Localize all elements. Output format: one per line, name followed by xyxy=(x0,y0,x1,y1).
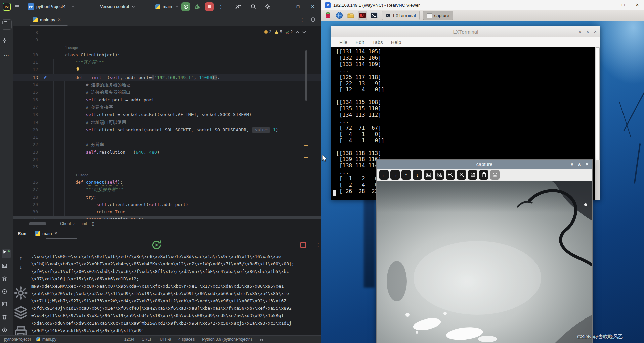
nav-up-button[interactable]: ↑ xyxy=(401,170,411,180)
browser-globe-icon[interactable] xyxy=(335,11,344,20)
project-selector[interactable]: pythonProject4 xyxy=(36,4,66,9)
status-interpreter[interactable]: Python 3.9 (pythonProject4) xyxy=(202,337,252,342)
code-line[interactable]: 9 xyxy=(13,36,321,44)
lxterminal-maximize-icon[interactable]: ∧ xyxy=(586,29,589,34)
zoom-in-button[interactable] xyxy=(446,170,455,180)
capture-close-icon[interactable]: ✕ xyxy=(585,162,589,167)
close-tab-icon[interactable]: ✕ xyxy=(58,17,61,22)
code-line[interactable]: 1 usage xyxy=(13,44,321,51)
vnc-close-button[interactable]: × xyxy=(631,0,644,10)
status-file[interactable]: main.py xyxy=(42,337,56,342)
code-line[interactable]: 11"""客户端""" xyxy=(13,59,321,66)
code-line[interactable]: 1 usage xyxy=(13,171,321,179)
code-with-me-icon[interactable] xyxy=(235,4,241,10)
copy-button[interactable] xyxy=(479,170,488,180)
run-tab-main[interactable]: main ✕ xyxy=(35,231,57,236)
nav-back-button[interactable]: ← xyxy=(379,170,389,180)
sidebar-item-project[interactable] xyxy=(2,19,12,30)
nav-forward-button[interactable]: → xyxy=(390,170,400,180)
console-settings-icon[interactable] xyxy=(13,285,29,301)
code-line[interactable]: 31except Exception as e: xyxy=(13,216,321,219)
code-line[interactable]: 18self.client = socket.socket(socket.AF_… xyxy=(13,111,321,118)
code-line[interactable]: 12 xyxy=(13,66,321,74)
readonly-lock-icon[interactable] xyxy=(259,337,264,342)
down-stack-icon[interactable]: ↓ xyxy=(19,264,22,270)
sidebar-item-commit[interactable] xyxy=(2,38,11,47)
code-line[interactable]: 10class Client(object): xyxy=(13,51,321,59)
code-line[interactable]: 21 xyxy=(13,134,321,141)
code-line[interactable]: 23self.resolution = (640, 480) xyxy=(13,149,321,156)
code-line[interactable]: 28try: xyxy=(13,194,321,201)
image-inspect-button[interactable] xyxy=(435,170,444,180)
console-layers-icon[interactable] xyxy=(13,305,29,320)
notifications-bell-icon[interactable] xyxy=(310,17,316,23)
console-output[interactable]: .\xea\xff\x00i~\xcc\x1e\x0e[\x1b\xed7Z\x… xyxy=(31,253,319,335)
code-line[interactable]: 16self.addr_port = addr_port xyxy=(13,96,321,104)
sidebar-item-problems[interactable] xyxy=(2,327,11,336)
vnc-server-icon[interactable] xyxy=(358,11,367,20)
sidebar-item-terminal[interactable] xyxy=(2,301,11,311)
sidebar-item-services[interactable] xyxy=(2,276,11,285)
taskbar-button-lxterminal[interactable]: LXTerminal xyxy=(382,11,420,20)
sidebar-item-profiler[interactable] xyxy=(2,289,11,298)
menu-help[interactable]: Help xyxy=(391,39,401,45)
main-menu-icon[interactable] xyxy=(15,4,20,9)
close-run-tab-icon[interactable]: ✕ xyxy=(54,231,57,236)
breadcrumb-method[interactable]: __init__() xyxy=(77,221,94,226)
lxterminal-titlebar[interactable]: LXTerminal ∨ ∧ × xyxy=(331,26,600,37)
image-button[interactable] xyxy=(424,170,433,180)
prev-problem-icon[interactable] xyxy=(296,31,299,34)
tab-main-py[interactable]: main.py ✕ xyxy=(29,13,65,26)
code-line[interactable]: 26def connect(self): xyxy=(13,179,321,186)
status-project[interactable]: pythonProject4 xyxy=(4,337,31,342)
code-line[interactable]: 20self.client.setsockopt(socket.SOL_SOCK… xyxy=(13,126,321,134)
code-editor[interactable]: 891 usage10class Client(object):11"""客户端… xyxy=(13,26,321,219)
sidebar-item-delete[interactable] xyxy=(2,314,11,324)
taskbar-button-capture[interactable]: capture xyxy=(423,11,453,20)
more-actions-icon[interactable]: ⋮ xyxy=(218,4,223,10)
menu-edit[interactable]: Edit xyxy=(355,39,364,45)
status-encoding[interactable]: UTF-8 xyxy=(160,337,171,342)
search-icon[interactable] xyxy=(250,4,256,10)
nav-down-button[interactable]: ↓ xyxy=(413,170,422,180)
pi-menu-icon[interactable] xyxy=(324,11,332,20)
code-line[interactable]: 19# 地址端口可以复用 xyxy=(13,119,321,126)
scrollbar-handle[interactable] xyxy=(29,222,46,225)
code-line[interactable]: 15# 连接的服务器的端口 xyxy=(13,89,321,96)
code-line[interactable]: 27"""链接服务器""" xyxy=(13,186,321,193)
code-line[interactable]: 14# 连接的服务器的地址 xyxy=(13,81,321,89)
sidebar-item-more[interactable]: ⋯ xyxy=(2,50,11,60)
status-indent[interactable]: 4 spaces xyxy=(178,337,195,342)
capture-maximize-icon[interactable]: ∧ xyxy=(578,162,581,167)
terminal-launcher-icon[interactable] xyxy=(370,11,379,20)
sidebar-item-run[interactable] xyxy=(2,249,11,258)
stop-process-button[interactable] xyxy=(300,242,306,248)
tab-options-icon[interactable]: ⋮ xyxy=(300,17,305,23)
code-line[interactable]: 25 xyxy=(13,163,321,171)
terminal-scrollbar-thumb[interactable] xyxy=(596,47,600,160)
rerun-button[interactable] xyxy=(17,239,296,251)
console-more-icon[interactable]: ⋮ xyxy=(316,242,321,248)
lxterminal-close-icon[interactable]: × xyxy=(594,29,597,34)
breadcrumb-class[interactable]: Client xyxy=(60,221,71,226)
capture-shade-icon[interactable]: ∨ xyxy=(571,162,574,167)
debug-button[interactable] xyxy=(194,4,200,10)
code-line[interactable]: 30return True xyxy=(13,208,321,216)
close-button[interactable]: × xyxy=(306,0,320,13)
run-config-selector[interactable]: main xyxy=(163,4,172,9)
vnc-maximize-button[interactable]: □ xyxy=(616,0,630,10)
lxterminal-shade-icon[interactable]: ∨ xyxy=(578,29,582,34)
code-line[interactable]: 22# 分辨率 xyxy=(13,141,321,148)
vcs-widget[interactable]: Version control xyxy=(100,4,129,9)
stop-button[interactable] xyxy=(205,2,214,11)
file-manager-icon[interactable] xyxy=(346,11,355,20)
minimize-button[interactable]: ─ xyxy=(276,0,290,13)
settings-gear-icon[interactable] xyxy=(265,4,271,10)
status-caret-position[interactable]: 12:34 xyxy=(124,337,134,342)
capture-titlebar[interactable]: capture ∨ ∧ ✕ xyxy=(377,160,592,169)
code-line[interactable]: 17# 创建套接字 xyxy=(13,104,321,111)
pi-desktop[interactable]: LXTerminal ∨ ∧ × File Edit Tabs Help [[1… xyxy=(321,21,644,343)
terminal-scrollbar[interactable] xyxy=(595,47,600,200)
sidebar-item-python-console[interactable] xyxy=(2,263,11,273)
editor-scrollbar[interactable] xyxy=(305,50,307,101)
